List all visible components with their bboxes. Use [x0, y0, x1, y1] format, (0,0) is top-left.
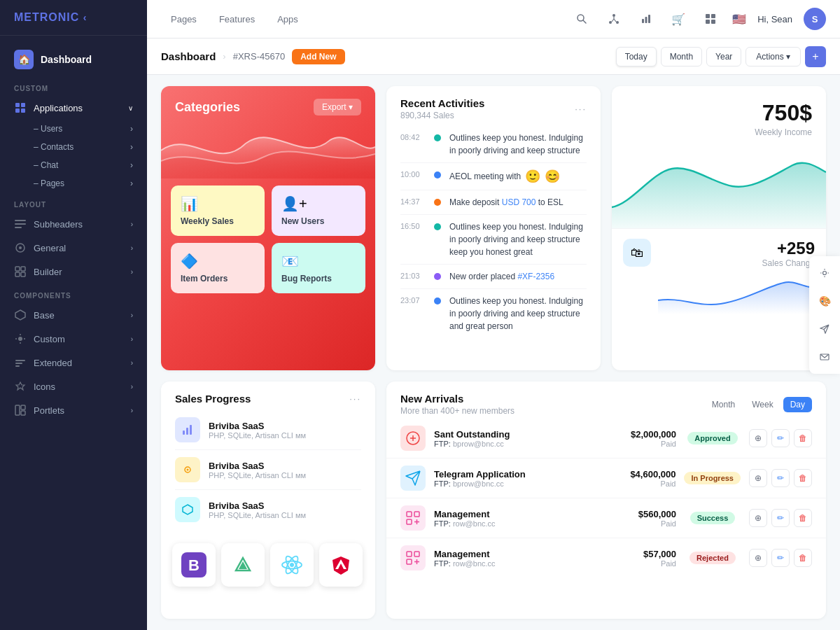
arrival-row: Management FTP: row@bnc.cc $560,000 Paid… — [386, 498, 826, 538]
status-badge-rejected: Rejected — [690, 552, 736, 564]
sidebar-item-pages[interactable]: – Pages› — [34, 174, 147, 192]
edit-btn[interactable]: ✏ — [771, 549, 790, 567]
category-bug-reports[interactable]: 📧 Bug Reports — [272, 243, 365, 293]
income-amount: 750$ — [626, 100, 812, 126]
new-users-icon: 👤+ — [281, 195, 356, 212]
income-card: 750$ Weekly Income 🛍 — [612, 86, 826, 370]
activity-item: 16:50 Outlines keep you honest. Indulgin… — [400, 215, 587, 265]
sidebar-item-dashboard[interactable]: 🏠 Dashboard — [0, 43, 147, 76]
sidebar-item-applications[interactable]: Applications ∨ — [0, 96, 147, 120]
sidebar-item-general[interactable]: General › — [0, 236, 147, 260]
sidebar-item-portlets[interactable]: Portlets › — [0, 398, 147, 422]
sales-change-label: Sales Change — [658, 258, 815, 268]
right-icon-settings[interactable] — [813, 262, 836, 284]
sidebar-item-users[interactable]: – Users› — [34, 120, 147, 138]
right-icon-color[interactable]: 🎨 — [813, 290, 836, 312]
sales-icon: 🛍 — [623, 239, 651, 267]
svg-rect-34 — [190, 425, 192, 435]
avatar-emoji-2: 😊 — [545, 169, 560, 184]
chart-icon[interactable] — [636, 8, 657, 29]
category-weekly-sales[interactable]: 📊 Weekly Sales — [171, 186, 265, 236]
activities-menu-btn[interactable]: ··· — [575, 104, 587, 114]
arrival-logo-sant — [400, 426, 426, 451]
sales-change-amount: +259 — [658, 239, 815, 258]
svg-point-36 — [187, 469, 189, 471]
delete-btn[interactable]: 🗑 — [794, 549, 812, 567]
svg-marker-45 — [332, 556, 349, 575]
add-button[interactable]: + — [805, 46, 826, 67]
sales-title: Sales Progress — [175, 393, 251, 405]
arrival-logo-management1 — [400, 505, 426, 531]
sidebar-item-builder[interactable]: Builder › — [0, 260, 147, 284]
period-week-btn[interactable]: Week — [745, 397, 780, 412]
arrival-actions: ⊕ ✏ 🗑 — [749, 509, 812, 527]
sidebar-item-subheaders[interactable]: Subheaders › — [0, 212, 147, 236]
cart-icon[interactable]: 🛒 — [668, 8, 689, 29]
copy-btn[interactable]: ⊕ — [749, 429, 767, 447]
base-icon — [14, 309, 27, 321]
period-month-btn[interactable]: Month — [705, 397, 742, 412]
sidebar-item-extended[interactable]: Extended › — [0, 351, 147, 374]
svg-rect-15 — [15, 363, 22, 364]
right-icon-email[interactable] — [813, 346, 836, 368]
framework-vue — [221, 543, 265, 587]
sidebar-collapse-btn[interactable]: ‹ — [83, 12, 88, 23]
category-new-users[interactable]: 👤+ New Users — [272, 186, 365, 236]
framework-bootstrap: B — [172, 543, 216, 587]
tab-apps[interactable]: Apps — [267, 10, 308, 29]
sales-menu-btn[interactable]: ··· — [349, 393, 361, 404]
svg-rect-18 — [15, 405, 20, 415]
svg-point-13 — [18, 337, 22, 341]
breadcrumb-dashboard: Dashboard — [161, 50, 216, 62]
svg-rect-25 — [642, 19, 644, 23]
add-new-button[interactable]: Add New — [292, 49, 344, 64]
period-day-btn[interactable]: Day — [783, 397, 812, 412]
copy-btn[interactable]: ⊕ — [749, 509, 767, 527]
language-flag[interactable]: 🇺🇸 — [732, 13, 746, 26]
sales-item: Briviba SaaS PHP, SQLite, Artisan CLI мм — [175, 490, 361, 529]
bug-reports-icon: 📧 — [281, 253, 356, 270]
applications-icon — [14, 102, 27, 114]
actions-button[interactable]: Actions ▾ — [746, 47, 801, 66]
delete-btn[interactable]: 🗑 — [794, 509, 812, 527]
network-icon[interactable] — [603, 8, 624, 29]
search-icon[interactable] — [571, 8, 592, 29]
delete-btn[interactable]: 🗑 — [794, 469, 812, 487]
arrival-row: Management FTP: row@bnc.cc $57,000 Paid … — [386, 538, 826, 578]
icons-icon — [14, 380, 27, 393]
sidebar-item-base[interactable]: Base › — [0, 303, 147, 327]
period-year-button[interactable]: Year — [706, 47, 741, 66]
period-month-button[interactable]: Month — [661, 47, 702, 66]
user-avatar[interactable]: S — [804, 8, 826, 30]
delete-btn[interactable]: 🗑 — [794, 429, 812, 447]
tab-features[interactable]: Features — [209, 10, 265, 29]
sidebar-item-custom[interactable]: Custom › — [0, 327, 147, 351]
framework-angular — [319, 543, 363, 587]
svg-rect-10 — [21, 267, 25, 271]
tab-pages[interactable]: Pages — [161, 10, 206, 29]
edit-btn[interactable]: ✏ — [771, 429, 790, 447]
sidebar-item-chat[interactable]: – Chat› — [34, 156, 147, 174]
svg-point-8 — [19, 246, 22, 249]
svg-rect-32 — [183, 430, 185, 435]
copy-btn[interactable]: ⊕ — [749, 469, 767, 487]
subheader: Dashboard › #XRS-45670 Add New Today Mon… — [147, 38, 840, 75]
copy-btn[interactable]: ⊕ — [749, 549, 767, 567]
edit-btn[interactable]: ✏ — [771, 469, 790, 487]
edit-btn[interactable]: ✏ — [771, 509, 790, 527]
bug-reports-label: Bug Reports — [281, 274, 356, 284]
sales-change-chart — [658, 272, 815, 314]
category-item-orders[interactable]: 🔷 Item Orders — [171, 243, 265, 293]
svg-rect-14 — [15, 360, 25, 361]
svg-rect-19 — [21, 405, 25, 410]
sidebar-item-contacts[interactable]: – Contacts› — [34, 138, 147, 156]
greeting-text: Hi, Sean — [757, 14, 792, 24]
period-today-button[interactable]: Today — [616, 47, 657, 66]
export-button[interactable]: Export ▾ — [314, 99, 361, 115]
right-icon-send[interactable] — [813, 318, 836, 340]
sidebar-item-icons[interactable]: Icons › — [0, 374, 147, 398]
grid-icon[interactable] — [700, 8, 721, 29]
income-label: Weekly Income — [626, 127, 812, 137]
right-panel-icons: 🎨 — [809, 256, 840, 374]
content-area: Categories Export ▾ — [147, 75, 840, 630]
